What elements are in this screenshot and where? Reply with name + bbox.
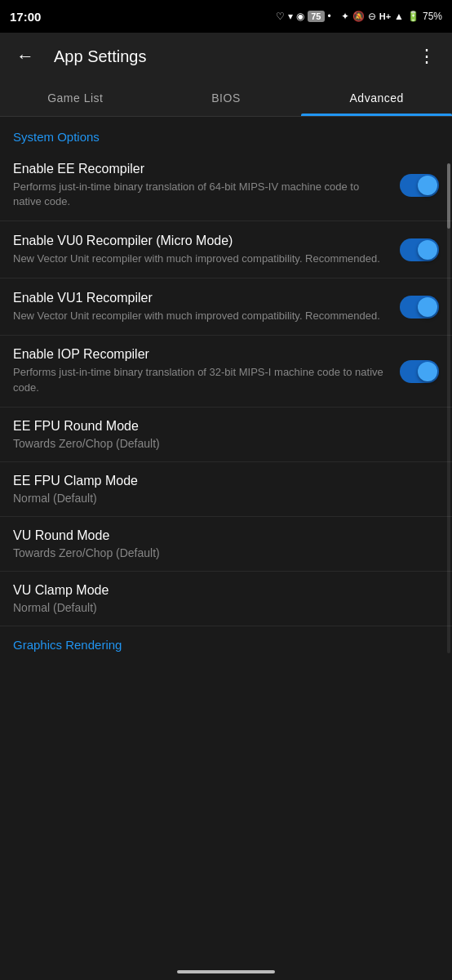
location-icon: ◉	[296, 11, 304, 22]
tab-game-list[interactable]: Game List	[0, 80, 151, 116]
battery-percent: 75%	[423, 11, 442, 22]
vu0-recompiler-toggle[interactable]	[400, 238, 439, 261]
settings-content: System Options Enable EE Recompiler Perf…	[0, 117, 452, 658]
vu1-recompiler-item[interactable]: Enable VU1 Recompiler New Vector Unit re…	[0, 278, 452, 336]
ee-recompiler-toggle[interactable]	[400, 174, 439, 197]
dot-icon: •	[328, 11, 331, 22]
page-title: App Settings	[54, 47, 398, 66]
heart-icon: ♡	[276, 11, 285, 22]
status-icons: ♡ ▾ ◉ 75 • ✦ 🔕 ⊖ H+ ▲ 🔋 75%	[276, 11, 442, 22]
ee-fpu-round-title: EE FPU Round Mode	[13, 419, 439, 434]
battery-75-icon: 75	[308, 11, 324, 22]
tab-bios[interactable]: BIOS	[151, 80, 302, 116]
iop-recompiler-text: Enable IOP Recompiler Performs just-in-t…	[13, 347, 400, 394]
battery-icon: 🔋	[407, 11, 419, 22]
home-indicator[interactable]	[177, 970, 275, 973]
signal-bars-icon: ▲	[394, 11, 404, 22]
vu1-recompiler-toggle[interactable]	[400, 296, 439, 318]
vu1-recompiler-desc: New Vector Unit recompiler with much imp…	[13, 309, 387, 323]
iop-recompiler-toggle[interactable]	[400, 360, 439, 383]
ee-fpu-clamp-title: EE FPU Clamp Mode	[13, 474, 439, 488]
tab-advanced[interactable]: Advanced	[301, 80, 452, 116]
minus-circle-icon: ⊖	[368, 11, 376, 22]
vu0-recompiler-text: Enable VU0 Recompiler (Micro Mode) New V…	[13, 234, 400, 266]
ee-fpu-round-item[interactable]: EE FPU Round Mode Towards Zero/Chop (Def…	[0, 408, 452, 462]
vu-round-item[interactable]: VU Round Mode Towards Zero/Chop (Default…	[0, 517, 452, 572]
mute-icon: 🔕	[352, 11, 365, 22]
ee-recompiler-title: Enable EE Recompiler	[13, 162, 387, 176]
tab-bar: Game List BIOS Advanced	[0, 80, 452, 117]
ee-recompiler-text: Enable EE Recompiler Performs just-in-ti…	[13, 162, 400, 209]
vu-round-value: Towards Zero/Chop (Default)	[13, 546, 439, 559]
bluetooth-icon: ✦	[341, 11, 349, 22]
vu-clamp-title: VU Clamp Mode	[13, 583, 439, 598]
system-options-header: System Options	[0, 117, 452, 150]
overflow-menu-button[interactable]: ⋮	[411, 39, 442, 74]
iop-recompiler-desc: Performs just-in-time binary translation…	[13, 365, 387, 394]
ee-fpu-clamp-item[interactable]: EE FPU Clamp Mode Normal (Default)	[0, 462, 452, 517]
ee-fpu-round-value: Towards Zero/Chop (Default)	[13, 437, 439, 450]
status-time: 17:00	[10, 10, 41, 24]
scrollbar[interactable]	[447, 163, 450, 653]
vu-clamp-value: Normal (Default)	[13, 601, 439, 614]
scroll-thumb[interactable]	[447, 163, 450, 229]
vu-round-title: VU Round Mode	[13, 528, 439, 543]
iop-recompiler-title: Enable IOP Recompiler	[13, 347, 387, 362]
wifi-icon: ▾	[288, 11, 293, 22]
back-button[interactable]: ←	[10, 39, 41, 74]
signal-h-plus: H+	[379, 11, 391, 21]
vu0-recompiler-desc: New Vector Unit recompiler with much imp…	[13, 252, 387, 266]
status-bar: 17:00 ♡ ▾ ◉ 75 • ✦ 🔕 ⊖ H+ ▲ 🔋 75%	[0, 0, 452, 33]
vu1-recompiler-title: Enable VU1 Recompiler	[13, 291, 387, 305]
ee-fpu-clamp-value: Normal (Default)	[13, 492, 439, 505]
vu1-recompiler-text: Enable VU1 Recompiler New Vector Unit re…	[13, 291, 400, 323]
vu-clamp-item[interactable]: VU Clamp Mode Normal (Default)	[0, 572, 452, 626]
vu0-recompiler-title: Enable VU0 Recompiler (Micro Mode)	[13, 234, 387, 248]
iop-recompiler-item[interactable]: Enable IOP Recompiler Performs just-in-t…	[0, 336, 452, 407]
graphics-rendering-header: Graphics Rendering	[0, 626, 452, 658]
app-bar: ← App Settings ⋮	[0, 33, 452, 80]
ee-recompiler-desc: Performs just-in-time binary translation…	[13, 180, 387, 209]
vu0-recompiler-item[interactable]: Enable VU0 Recompiler (Micro Mode) New V…	[0, 221, 452, 278]
ee-recompiler-item[interactable]: Enable EE Recompiler Performs just-in-ti…	[0, 150, 452, 221]
